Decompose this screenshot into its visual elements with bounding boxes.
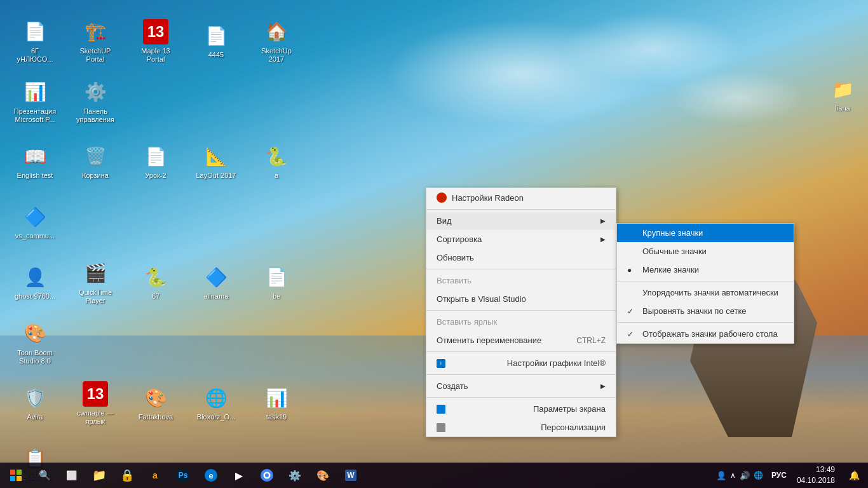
volume-icon[interactable]: 🔊 (740, 471, 750, 480)
icon-empty6 (187, 194, 245, 251)
notification-icon: 🔔 (849, 470, 860, 480)
amazon-icon: a (153, 470, 158, 480)
show-desktop-icons-label: Отображать значки рабочего стола (642, 329, 778, 339)
icon-maple13[interactable]: 13 Maple 13Portal (127, 13, 184, 70)
menu-paste-label: Вставить (437, 276, 471, 285)
icon-presentation[interactable]: 📊 ПрезентацияMicrosoft P... (6, 73, 64, 130)
large-icons-label: Крупные значки (642, 228, 703, 238)
icon-liana[interactable]: 📁 liana (830, 76, 855, 112)
icon-67[interactable]: 🐍 67 (127, 254, 184, 311)
context-menu-header[interactable]: Настройки Radeon (426, 188, 616, 207)
icon-empty4 (67, 194, 124, 251)
icon-layout2017[interactable]: 📐 LayOut 2017 (187, 133, 245, 191)
separator-0 (426, 209, 616, 210)
taskbar-clock[interactable]: 13:49 04.10.2018 (792, 464, 840, 486)
menu-item-refresh[interactable]: Обновить (426, 248, 616, 267)
chevron-right-create-icon: ▶ (600, 383, 606, 390)
menu-open-vs-label: Открыть в Visual Studio (437, 294, 526, 304)
language-indicator[interactable]: РУС (766, 471, 792, 480)
taskbar-lock[interactable]: 🔒 (113, 463, 141, 488)
menu-item-rename[interactable]: Отменить переименование CTRL+Z (426, 331, 616, 349)
menu-item-screen-params[interactable]: Параметры экрана (426, 400, 616, 418)
icon-alinama[interactable]: 🔷 alinama (187, 254, 245, 311)
icon-recycle-bin[interactable]: 🗑️ Корзина (67, 133, 124, 191)
check-normal (627, 247, 637, 256)
menu-item-intel[interactable]: i Настройки графики Intel® (426, 354, 616, 372)
menu-item-view[interactable]: Вид ▶ Крупные значки Обычные значки ● Ме… (426, 212, 616, 230)
search-icon: 🔍 (39, 470, 51, 481)
menu-rename-label: Отменить переименование (437, 336, 541, 345)
small-icons-label: Мелкие значки (642, 265, 699, 274)
mediaplayer-icon: ▶ (235, 470, 243, 482)
icon-urok2[interactable]: 📄 Урок-2 (127, 133, 184, 191)
icon-4445[interactable]: 📄 4445 (187, 13, 245, 70)
taskbar-mediaplayer[interactable]: ▶ (225, 463, 253, 488)
icon-empty2 (187, 73, 245, 130)
icon-avira[interactable]: 🛡️ Avira (6, 375, 64, 432)
task-view-button[interactable]: ⬜ (57, 463, 85, 488)
settings-icon: ⚙️ (288, 470, 301, 482)
clock-time: 13:49 (816, 464, 835, 475)
icon-sketchup-portal[interactable]: 🏗️ SketchUPPortal (67, 13, 124, 70)
check-large (627, 229, 637, 238)
icon-be[interactable]: 📄 be (248, 254, 305, 311)
network-tray-icon[interactable]: 🌐 (754, 471, 763, 480)
icon-task19[interactable]: 📊 task19 (248, 375, 305, 432)
submenu-show-desktop-icons[interactable]: ✓ Отображать значки рабочего стола (617, 325, 794, 343)
icon-word1[interactable]: 📄 6ГуНЛЮСО... (6, 13, 64, 70)
icon-control-panel[interactable]: ⚙️ Панельуправления (67, 73, 124, 130)
separator-3 (426, 351, 616, 352)
tray-expand-icon[interactable]: ∧ (730, 471, 736, 480)
menu-item-sort[interactable]: Сортировка ▶ (426, 230, 616, 248)
taskbar-word[interactable]: W (337, 463, 365, 488)
paint-icon: 🎨 (316, 470, 329, 482)
clock-date: 04.10.2018 (797, 475, 835, 486)
icon-a-python[interactable]: 🐍 a (248, 133, 305, 191)
taskbar-settings[interactable]: ⚙️ (281, 463, 309, 488)
taskbar-photoshop[interactable]: Ps (169, 463, 197, 488)
icon-empty8 (67, 315, 124, 372)
icon-vs-commu[interactable]: 🔷 vs_commu... (6, 194, 64, 251)
icon-empty5 (127, 194, 184, 251)
icon-english-test[interactable]: 📖 English test (6, 133, 64, 191)
submenu-small-icons[interactable]: ● Мелкие значки (617, 261, 794, 279)
icon-empty10 (187, 315, 245, 372)
lock-icon: 🔒 (120, 468, 134, 482)
icon-fattakhova[interactable]: 🎨 Fattakhova (127, 375, 184, 432)
icon-empty3 (248, 73, 305, 130)
taskbar-amazon[interactable]: a (141, 463, 169, 488)
icon-toonboom[interactable]: 🎨 Toon BoomStudio 8.0 (6, 315, 64, 372)
icon-sketchup2017[interactable]: 🏠 SketchUp2017 (248, 13, 305, 70)
icon-quicktime[interactable]: 🎬 QuickTimePlayer (67, 254, 124, 311)
menu-item-open-vs[interactable]: Открыть в Visual Studio (426, 290, 616, 308)
submenu-large-icons[interactable]: Крупные значки (617, 224, 794, 242)
icon-empty9 (127, 315, 184, 372)
icon-empty11 (248, 315, 305, 372)
svg-rect-6 (10, 470, 15, 475)
submenu-normal-icons[interactable]: Обычные значки (617, 242, 794, 261)
icon-ghost[interactable]: 👤 ghost-9760... (6, 254, 64, 311)
notification-button[interactable]: 🔔 (840, 463, 868, 488)
taskbar-edge[interactable]: e (197, 463, 225, 488)
icon-cwmaple[interactable]: 13 cwmaple —ярлык (67, 375, 124, 432)
radeon-settings-label: Настройки Radeon (452, 193, 524, 203)
taskbar-paint[interactable]: 🎨 (309, 463, 337, 488)
icon-bloxorz[interactable]: 🌐 Bloxorz_O... (187, 375, 245, 432)
search-button[interactable]: 🔍 (32, 463, 57, 488)
auto-arrange-label: Упорядочить значки автоматически (642, 288, 778, 297)
user-icon: 👤 (716, 471, 726, 480)
start-button[interactable] (0, 463, 32, 488)
menu-create-label: Создать (437, 381, 468, 391)
menu-item-personalize[interactable]: Персонализация (426, 418, 616, 437)
taskbar-file-explorer[interactable]: 📁 (85, 463, 113, 488)
submenu-auto-arrange[interactable]: Упорядочить значки автоматически (617, 283, 794, 302)
check-auto (627, 288, 637, 297)
taskbar-chrome[interactable] (253, 463, 281, 488)
menu-item-create[interactable]: Создать ▶ (426, 377, 616, 395)
menu-item-paste-shortcut: Вставить ярлык (426, 313, 616, 331)
submenu-align-grid[interactable]: ✓ Выровнять значки по сетке (617, 302, 794, 320)
submenu-sep1 (617, 281, 794, 281)
menu-rename-shortcut: CTRL+Z (576, 336, 606, 345)
check-align: ✓ (627, 307, 637, 316)
icon-empty1 (127, 73, 184, 130)
